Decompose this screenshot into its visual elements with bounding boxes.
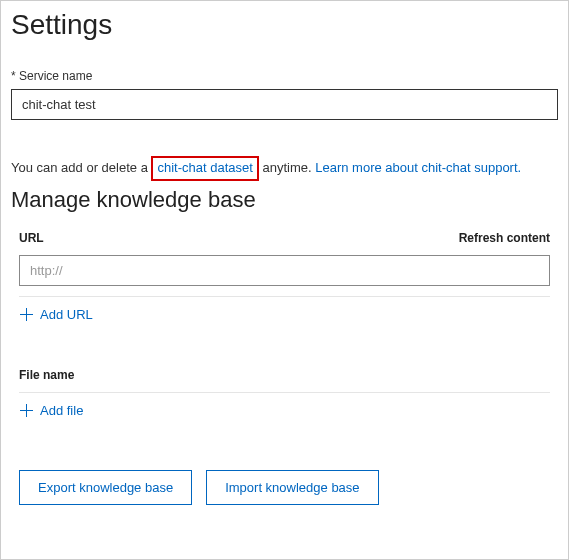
add-url-label: Add URL xyxy=(40,307,93,322)
learn-more-link[interactable]: Learn more about chit-chat support. xyxy=(315,160,521,175)
plus-icon xyxy=(19,403,34,418)
hint-middle: anytime. xyxy=(259,160,315,175)
chit-chat-hint: You can add or delete a chit-chat datase… xyxy=(11,156,558,181)
chit-chat-dataset-link[interactable]: chit-chat dataset xyxy=(157,160,252,175)
service-name-input[interactable] xyxy=(11,89,558,120)
page-title: Settings xyxy=(11,9,558,41)
file-name-label: File name xyxy=(19,368,550,382)
divider xyxy=(19,296,550,297)
add-file-button[interactable]: Add file xyxy=(19,403,83,418)
add-file-label: Add file xyxy=(40,403,83,418)
service-name-label: * Service name xyxy=(11,69,558,83)
hint-prefix: You can add or delete a xyxy=(11,160,151,175)
plus-icon xyxy=(19,307,34,322)
export-kb-button[interactable]: Export knowledge base xyxy=(19,470,192,505)
refresh-content-label: Refresh content xyxy=(459,231,550,245)
add-url-button[interactable]: Add URL xyxy=(19,307,93,322)
url-column-label: URL xyxy=(19,231,44,245)
import-kb-button[interactable]: Import knowledge base xyxy=(206,470,378,505)
manage-kb-title: Manage knowledge base xyxy=(11,187,558,213)
url-input[interactable] xyxy=(19,255,550,286)
divider xyxy=(19,392,550,393)
